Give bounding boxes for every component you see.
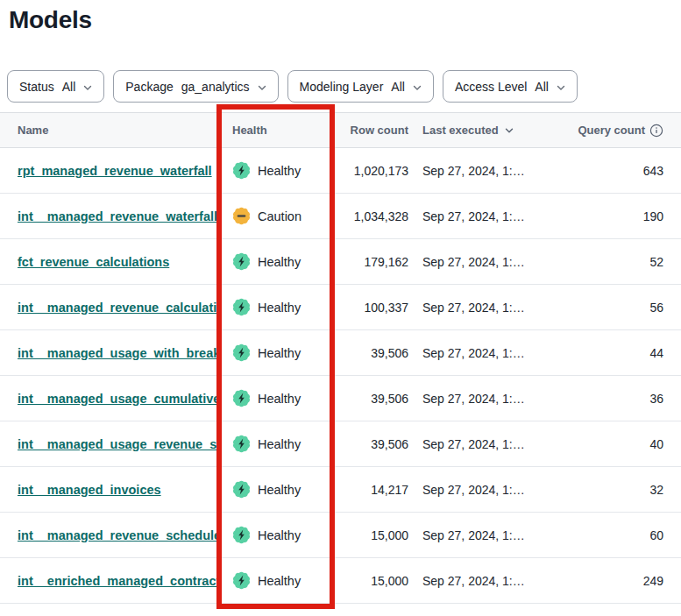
column-header-query-count: Query count <box>554 124 681 138</box>
health-label: Healthy <box>258 301 301 315</box>
table-row: int__managed_revenue_waterfall Caution 1… <box>0 194 681 239</box>
last-executed-cell: Sep 27, 2024, 1:… <box>408 301 554 315</box>
table-row: int__managed_revenue_schedule_… Healthy … <box>0 513 681 558</box>
row-count-cell: 39,506 <box>335 392 408 406</box>
info-icon[interactable] <box>649 124 663 138</box>
chevron-down-icon <box>258 84 266 91</box>
sort-chevron-down-icon <box>505 127 514 134</box>
health-status-icon <box>232 207 251 225</box>
row-count-cell: 1,034,328 <box>335 209 408 223</box>
model-name-link[interactable]: int__enriched_managed_contracts <box>18 574 216 588</box>
last-executed-cell: Sep 27, 2024, 1:… <box>408 574 554 588</box>
table-row: int__managed_usage_cumulative_… Healthy … <box>0 376 681 421</box>
last-executed-cell: Sep 27, 2024, 1:… <box>408 209 554 223</box>
health-label: Healthy <box>258 528 301 542</box>
model-name-link[interactable]: int__managed_usage_cumulative_… <box>18 392 216 406</box>
health-label: Healthy <box>258 392 301 406</box>
model-name-link[interactable]: int__managed_usage_with_breaka… <box>18 346 216 360</box>
row-count-cell: 15,000 <box>335 574 408 588</box>
table-body: rpt_managed_revenue_waterfall Healthy 1,… <box>0 148 681 604</box>
last-executed-cell: Sep 27, 2024, 1:… <box>408 392 554 406</box>
column-header-last-executed[interactable]: Last executed <box>408 124 554 137</box>
table-row: int__managed_revenue_calculations Health… <box>0 285 681 330</box>
query-count-cell: 44 <box>554 346 681 360</box>
filter-access-level[interactable]: Access LevelAll <box>443 70 578 103</box>
table-row: fct_revenue_calculations Healthy 179,162… <box>0 239 681 285</box>
row-count-cell: 1,020,173 <box>335 164 408 178</box>
health-status-icon <box>232 571 251 590</box>
row-count-cell: 14,217 <box>335 483 408 497</box>
health-status-icon <box>232 298 251 316</box>
filter-package-label: Package <box>125 80 173 94</box>
filter-package-value: ga_analytics <box>181 80 250 94</box>
health-status-icon <box>232 389 251 407</box>
model-name-link[interactable]: fct_revenue_calculations <box>18 255 169 269</box>
model-name-link[interactable]: rpt_managed_revenue_waterfall <box>18 164 212 178</box>
filter-modeling-layer[interactable]: Modeling LayerAll <box>287 70 434 103</box>
query-count-cell: 60 <box>554 528 681 542</box>
query-count-cell: 190 <box>554 209 681 223</box>
last-executed-cell: Sep 27, 2024, 1:… <box>408 164 554 178</box>
health-status-icon <box>232 526 251 544</box>
health-status-icon <box>232 252 251 271</box>
model-name-link[interactable]: int__managed_revenue_calculations <box>18 301 216 315</box>
last-executed-cell: Sep 27, 2024, 1:… <box>408 346 554 360</box>
table-row: int__enriched_managed_contracts Healthy … <box>0 558 681 604</box>
filter-modeling-layer-value: All <box>391 80 405 94</box>
health-status-icon <box>232 435 251 453</box>
model-name-link[interactable]: int__managed_revenue_waterfall <box>18 209 216 223</box>
model-name-link[interactable]: int__managed_usage_revenue_sc… <box>18 437 216 451</box>
query-count-cell: 56 <box>554 301 681 315</box>
filter-bar: StatusAll Packagega_analytics Modeling L… <box>7 70 681 103</box>
row-count-cell: 39,506 <box>335 346 408 360</box>
health-status-icon <box>232 480 251 499</box>
query-count-cell: 32 <box>554 483 681 497</box>
filter-modeling-layer-label: Modeling Layer <box>300 80 384 94</box>
filter-status-value: All <box>62 80 76 94</box>
health-label: Healthy <box>258 255 301 269</box>
page-title: Models <box>9 6 681 34</box>
column-header-query-count-label: Query count <box>578 124 645 137</box>
chevron-down-icon <box>83 84 92 91</box>
table-row: int__managed_usage_with_breaka… Healthy … <box>0 330 681 376</box>
table-header-row: Name Health Row count Last executed Quer… <box>0 112 681 148</box>
filter-status[interactable]: StatusAll <box>7 70 104 103</box>
health-label: Healthy <box>258 437 301 451</box>
column-header-last-executed-label: Last executed <box>422 124 499 137</box>
last-executed-cell: Sep 27, 2024, 1:… <box>408 528 554 542</box>
column-header-name: Name <box>0 124 216 137</box>
table-row: int__managed_usage_revenue_sc… Healthy 3… <box>0 421 681 467</box>
health-label: Healthy <box>258 483 301 497</box>
last-executed-cell: Sep 27, 2024, 1:… <box>408 483 554 497</box>
filter-package[interactable]: Packagega_analytics <box>113 70 278 103</box>
health-status-icon <box>232 343 251 362</box>
row-count-cell: 100,337 <box>335 301 408 315</box>
query-count-cell: 40 <box>554 437 681 451</box>
last-executed-cell: Sep 27, 2024, 1:… <box>408 255 554 269</box>
health-label: Healthy <box>258 164 301 178</box>
filter-access-level-label: Access Level <box>455 80 527 94</box>
health-status-icon <box>232 161 251 180</box>
query-count-cell: 249 <box>554 574 681 588</box>
models-table: Name Health Row count Last executed Quer… <box>0 112 681 604</box>
query-count-cell: 643 <box>554 164 681 178</box>
table-row: int__managed_invoices Healthy 14,217 Sep… <box>0 467 681 513</box>
health-label: Healthy <box>258 574 301 588</box>
column-header-row-count: Row count <box>335 124 408 137</box>
chevron-down-icon <box>413 84 422 91</box>
filter-access-level-value: All <box>535 80 549 94</box>
model-name-link[interactable]: int__managed_revenue_schedule_… <box>18 528 216 542</box>
table-row: rpt_managed_revenue_waterfall Healthy 1,… <box>0 148 681 194</box>
row-count-cell: 15,000 <box>335 528 408 542</box>
row-count-cell: 179,162 <box>335 255 408 269</box>
row-count-cell: 39,506 <box>335 437 408 451</box>
query-count-cell: 52 <box>554 255 681 269</box>
health-label: Caution <box>258 209 301 223</box>
health-label: Healthy <box>258 346 301 360</box>
last-executed-cell: Sep 27, 2024, 1:… <box>408 437 554 451</box>
chevron-down-icon <box>557 84 565 91</box>
filter-status-label: Status <box>19 80 54 94</box>
query-count-cell: 36 <box>554 392 681 406</box>
column-header-health: Health <box>216 124 335 137</box>
model-name-link[interactable]: int__managed_invoices <box>18 483 161 497</box>
